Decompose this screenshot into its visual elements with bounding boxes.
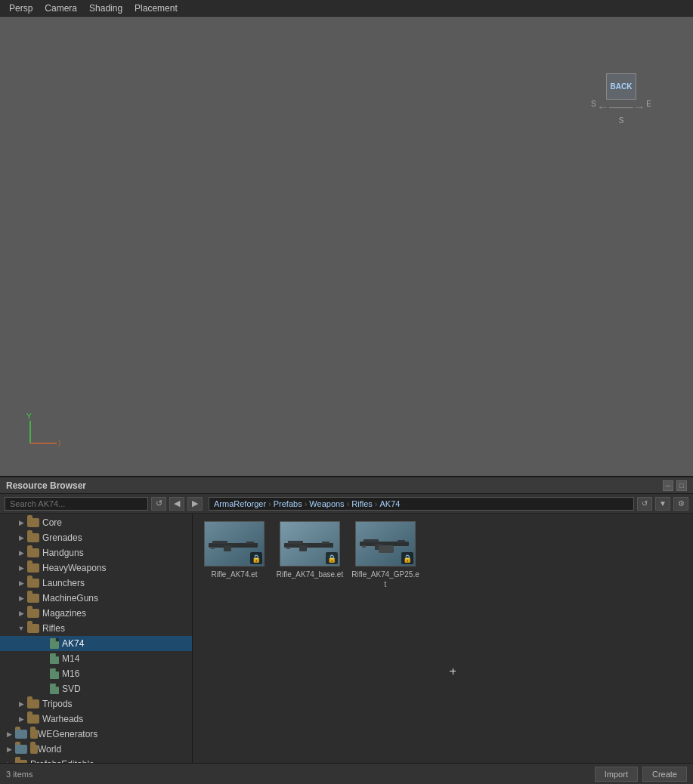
folder-icon-rifles: [27, 624, 39, 633]
folder-icon-grenades: [27, 533, 39, 542]
tree-arrow-grenades: [15, 532, 27, 544]
axis-indicator: Y X: [23, 413, 60, 453]
resource-browser: Resource Browser ─ □ ↺ ◀ ▶ ArmaReforger …: [0, 476, 693, 784]
file-icon-m14: [50, 653, 59, 664]
tree-arrow-wegenerators: [3, 728, 15, 740]
breadcrumb-armareforger[interactable]: ArmaReforger: [214, 499, 266, 508]
svg-rect-18: [364, 539, 379, 542]
tree-item-world[interactable]: World: [0, 742, 192, 757]
menu-item-placement[interactable]: Placement: [128, 2, 184, 15]
folder-icon-heavyweapons: [27, 563, 39, 573]
asset-name-rifle-ak74-base: Rifle_AK74_base.et: [277, 569, 343, 579]
asset-rifle-ak74[interactable]: 🔒 Rifle_AK74.et: [200, 521, 268, 589]
tree-label-world: World: [38, 744, 61, 755]
resource-browser-header-icons: ─ □: [663, 480, 687, 491]
tree-item-warheads[interactable]: Warheads: [0, 711, 192, 727]
menu-item-shading[interactable]: Shading: [83, 2, 128, 15]
menu-item-persp[interactable]: Persp: [3, 2, 39, 15]
tree-label-core: Core: [42, 517, 62, 528]
svg-rect-21: [362, 545, 366, 548]
search-input[interactable]: [5, 497, 148, 511]
svg-rect-8: [224, 545, 231, 551]
tree-item-svd[interactable]: SVD: [0, 681, 192, 696]
gizmo-arrows: S ←——→ E: [591, 100, 651, 115]
tree-arrow-magazines: [15, 607, 27, 619]
cursor-pointer: [450, 668, 456, 674]
rb-minimize-button[interactable]: ─: [663, 480, 673, 491]
svg-text:X: X: [58, 440, 60, 448]
rb-refresh-button[interactable]: ↺: [637, 497, 652, 511]
tree-arrow-core: [15, 517, 27, 529]
tree-item-core[interactable]: Core: [0, 515, 192, 530]
folder-icon-wegenerators: [15, 730, 27, 739]
gizmo-back-label: BACK: [606, 73, 636, 100]
folder-icon-tripods: [27, 699, 39, 708]
svg-rect-14: [299, 545, 307, 551]
svg-rect-15: [286, 547, 290, 549]
menu-item-camera[interactable]: Camera: [39, 2, 83, 15]
tree-item-m14[interactable]: M14: [0, 651, 192, 666]
lock-icon-rifle-ak74-base: 🔒: [326, 552, 338, 564]
folder-icon-prefabseditable: [15, 760, 27, 763]
tree-arrow-machineguns: [15, 592, 27, 604]
tree-arrow-world: [3, 743, 15, 755]
asset-rifle-ak74-gp25[interactable]: 🔒 Rifle_AK74_GP25.et: [351, 521, 419, 589]
rb-maximize-button[interactable]: □: [676, 480, 687, 491]
svg-rect-7: [246, 542, 254, 544]
resource-browser-title: Resource Browser: [6, 480, 86, 491]
gizmo-e-label: E: [646, 100, 651, 108]
tree-item-prefabseditable[interactable]: PrefabsEditable: [0, 757, 192, 763]
tree-label-magazines: Magazines: [42, 608, 86, 619]
folder-icon-handguns: [27, 548, 39, 557]
viewport[interactable]: BACK S ←——→ E S Y X: [0, 17, 693, 476]
resource-browser-statusbar: 3 items Import Create: [0, 763, 693, 784]
tree-item-launchers[interactable]: Launchers: [0, 576, 192, 591]
file-icon-svd: [50, 684, 59, 694]
tree-item-magazines[interactable]: Magazines: [0, 606, 192, 621]
nav-back-button[interactable]: ◀: [169, 497, 184, 511]
tree-item-m16[interactable]: M16: [0, 666, 192, 681]
tree-label-ak74: AK74: [62, 638, 84, 649]
tree-item-grenades[interactable]: Grenades: [0, 530, 192, 545]
svg-rect-6: [212, 541, 227, 544]
breadcrumb-ak74[interactable]: AK74: [379, 499, 400, 508]
asset-name-rifle-ak74-gp25: Rifle_AK74_GP25.et: [351, 569, 419, 589]
breadcrumb-prefabs[interactable]: Prefabs: [274, 499, 302, 508]
svg-text:Y: Y: [26, 413, 32, 421]
tree-item-wegenerators[interactable]: WEGenerators: [0, 727, 192, 742]
create-button[interactable]: Create: [642, 767, 687, 782]
folder-icon-launchers: [27, 579, 39, 588]
item-count-label: 3 items: [6, 770, 32, 779]
import-button[interactable]: Import: [595, 767, 638, 782]
tree-item-heavyweapons[interactable]: HeavyWeapons: [0, 560, 192, 576]
breadcrumb-weapons[interactable]: Weapons: [309, 499, 344, 508]
tree-item-machineguns[interactable]: MachineGuns: [0, 591, 192, 606]
folder-icon-world2: [30, 745, 38, 754]
tree-label-handguns: Handguns: [42, 548, 84, 558]
tree-arrow-handguns: [15, 547, 27, 559]
rb-filter-button[interactable]: ▼: [655, 497, 670, 511]
tree-item-rifles[interactable]: Rifles: [0, 621, 192, 636]
tree-item-handguns[interactable]: Handguns: [0, 545, 192, 560]
tree-item-ak74[interactable]: AK74: [0, 636, 192, 651]
resource-browser-tree[interactable]: Core Grenades Handguns HeavyWeapons: [0, 514, 193, 763]
asset-rifle-ak74-base[interactable]: 🔒 Rifle_AK74_base.et: [276, 521, 344, 589]
rb-settings-button[interactable]: ⚙: [673, 497, 688, 511]
refresh-button[interactable]: ↺: [151, 497, 166, 511]
folder-icon-machineguns: [27, 594, 39, 603]
resource-browser-content[interactable]: 🔒 Rifle_AK74.et: [193, 514, 693, 763]
folder-icon-world: [15, 745, 27, 754]
tree-item-tripods[interactable]: Tripods: [0, 696, 192, 711]
tree-arrow-ak74: [38, 637, 50, 650]
breadcrumb-bar: ArmaReforger › Prefabs › Weapons › Rifle…: [209, 497, 634, 511]
breadcrumb-rifles[interactable]: Rifles: [351, 499, 373, 508]
nav-forward-button[interactable]: ▶: [187, 497, 203, 511]
tree-label-svd: SVD: [62, 684, 81, 694]
tree-arrow-m14: [38, 653, 50, 665]
tree-label-grenades: Grenades: [42, 532, 82, 543]
status-buttons: Import Create: [595, 767, 687, 782]
tree-label-m14: M14: [62, 653, 79, 664]
svg-rect-19: [398, 540, 405, 542]
tree-label-launchers: Launchers: [42, 578, 85, 588]
folder-icon-core: [27, 518, 39, 527]
